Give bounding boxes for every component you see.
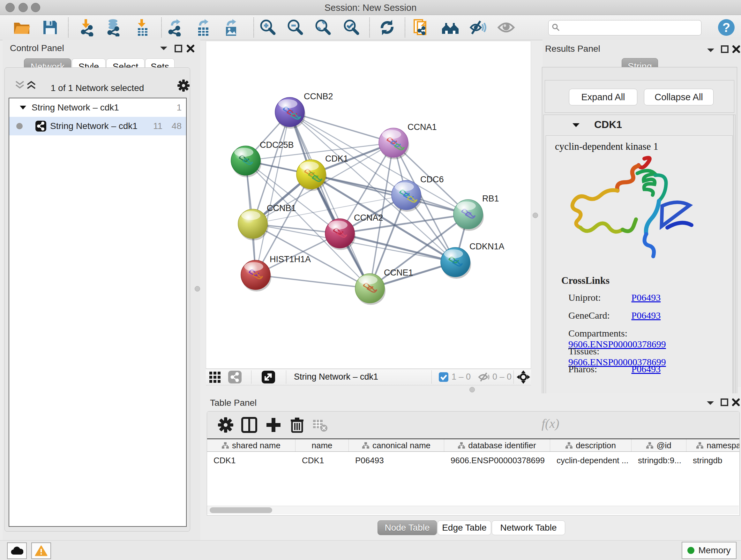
close-panel-icon[interactable] (732, 45, 740, 53)
network-selection-status: 1 of 1 Network selected (5, 83, 190, 93)
zoom-selected-icon[interactable] (343, 18, 360, 37)
network-edge-CCNE1-HIST1H1A[interactable] (256, 275, 370, 288)
close-panel-icon[interactable] (186, 44, 195, 53)
table-settings-gear-icon[interactable] (217, 417, 234, 433)
network-edge-CCNA1-CCNB2[interactable] (290, 112, 394, 143)
table-horizontal-scrollbar[interactable] (207, 506, 739, 514)
network-subpanel: 1 of 1 Network selected String Network –… (4, 67, 190, 532)
network-edge-CCNB2-HIST1H1A[interactable] (256, 112, 290, 275)
column-header-canonical-name[interactable]: canonical name (349, 439, 444, 451)
search-box[interactable] (548, 20, 701, 36)
vertical-splitter-handle[interactable] (533, 212, 538, 218)
close-panel-icon[interactable] (732, 398, 740, 407)
expand-all-button[interactable]: Expand All (569, 89, 637, 105)
home-icon[interactable] (441, 18, 459, 37)
maximize-panel-icon[interactable] (720, 398, 729, 407)
tab-node-table[interactable]: Node Table (378, 520, 437, 535)
column-header-database-identifier[interactable]: database identifier (444, 439, 550, 451)
tab-edge-table[interactable]: Edge Table (437, 520, 491, 535)
network-node-CDK1[interactable]: CDK1 (296, 154, 348, 191)
network-tree-item[interactable]: String Network – cdk1 11 48 (9, 117, 186, 135)
help-icon[interactable]: ? (718, 18, 735, 37)
save-session-icon[interactable] (41, 18, 59, 37)
table-cell[interactable]: CDK1 (207, 453, 295, 468)
column-header-name[interactable]: name (295, 439, 349, 451)
horizontal-splitter-handle[interactable] (469, 387, 475, 392)
shared-column-icon (565, 442, 572, 449)
crosslinks-heading: CrossLinks (561, 275, 610, 287)
node-section-header[interactable]: CDK1 (544, 115, 735, 135)
import-table-icon[interactable] (133, 18, 151, 37)
network-node-HIST1H1A[interactable]: HIST1H1A (241, 254, 311, 292)
import-network-icon[interactable] (77, 18, 95, 37)
export-table-icon[interactable] (194, 18, 212, 37)
network-tree-item[interactable]: String Network – cdk1 1 (9, 98, 186, 117)
column-header-description[interactable]: description (550, 439, 631, 451)
open-session-icon[interactable] (13, 18, 30, 37)
toolbar-separator (251, 370, 252, 384)
collapse-all-button[interactable]: Collapse All (644, 89, 714, 105)
collapse-section-icon[interactable] (571, 121, 581, 129)
crosslink-link[interactable]: P06493 (631, 292, 661, 303)
crosslink-link[interactable]: P06493 (631, 364, 661, 374)
import-network-from-database-icon[interactable] (104, 18, 122, 37)
node-label-CDC6: CDC6 (420, 175, 444, 184)
show-panel-eye-icon[interactable] (497, 18, 515, 37)
scrollbar-thumb[interactable] (210, 507, 272, 513)
zoom-fit-icon[interactable] (314, 18, 332, 37)
show-columns-icon[interactable] (241, 417, 258, 433)
table-cell[interactable]: cyclin-dependent ... (550, 453, 631, 468)
network-node-CCNA1[interactable]: CCNA1 (379, 122, 437, 159)
open-in-new-icon[interactable] (262, 371, 275, 383)
column-header-namespace[interactable]: namespace (686, 439, 740, 451)
network-canvas[interactable]: CCNB2CCNA1CDC25BCDK1CDC6RB1CCNB1CCNA2CDK… (206, 41, 531, 369)
tab-network-table[interactable]: Network Table (492, 520, 565, 535)
network-node-CDKN1A[interactable]: CDKN1A (441, 242, 504, 279)
zoom-out-icon[interactable] (286, 18, 305, 37)
column-header-shared-name[interactable]: shared name (207, 439, 295, 451)
refresh-icon[interactable] (378, 18, 396, 37)
panel-menu-icon[interactable] (705, 399, 715, 407)
table-cell[interactable]: 9606.ENSP00000378699 (444, 453, 550, 468)
table-cell[interactable]: stringdb (686, 453, 740, 468)
zoom-in-icon[interactable] (259, 18, 277, 37)
hide-panel-eye-slash-icon[interactable] (469, 18, 487, 37)
maximize-panel-icon[interactable] (174, 44, 183, 53)
panel-menu-icon[interactable] (159, 44, 169, 52)
birdseye-navigator-icon[interactable] (516, 370, 530, 384)
column-header--id[interactable]: @id (631, 439, 686, 451)
network-node-CCNE1[interactable]: CCNE1 (355, 268, 413, 305)
table-cell[interactable]: P06493 (349, 453, 444, 468)
table-header-row[interactable]: shared namename canonical name database … (207, 438, 739, 452)
table-cell[interactable]: stringdb:9... (631, 453, 686, 468)
export-network-icon[interactable] (166, 18, 184, 37)
selected-checkbox-icon[interactable] (439, 372, 448, 382)
warning-button[interactable] (31, 543, 51, 559)
node-label-CCNE1: CCNE1 (384, 268, 413, 277)
table-cell[interactable]: CDK1 (295, 453, 349, 468)
network-node-CCNB1[interactable]: CCNB1 (238, 203, 296, 240)
grid-view-icon[interactable] (209, 371, 221, 383)
protein-structure-image (564, 155, 705, 273)
network-node-CCNB2[interactable]: CCNB2 (275, 91, 333, 129)
add-column-icon[interactable] (265, 417, 282, 433)
clear-table-icon (312, 417, 328, 433)
memory-label: Memory (698, 545, 731, 556)
maximize-panel-icon[interactable] (721, 45, 729, 53)
results-scrollbar[interactable] (733, 115, 734, 415)
panel-menu-icon[interactable] (706, 46, 716, 54)
network-node-RB1[interactable]: RB1 (454, 194, 499, 231)
vertical-splitter-handle[interactable] (195, 286, 200, 292)
gear-icon[interactable] (177, 79, 190, 92)
table-row[interactable]: CDK1CDK1P064939606.ENSP00000378699cyclin… (207, 453, 739, 468)
search-input[interactable] (562, 21, 698, 34)
crosslink-link[interactable]: P06493 (631, 310, 661, 320)
cloud-button[interactable] (7, 543, 27, 559)
memory-button[interactable]: Memory (682, 542, 737, 559)
export-image-icon[interactable] (222, 18, 240, 37)
network-view-toolbar: String Network – cdk1 1 – 0 0 – 0 (206, 369, 531, 385)
share-document-icon[interactable] (413, 18, 431, 37)
delete-column-trash-icon[interactable] (289, 417, 306, 433)
tree-expander-icon[interactable] (19, 104, 27, 111)
network-share-icon[interactable] (228, 371, 242, 383)
